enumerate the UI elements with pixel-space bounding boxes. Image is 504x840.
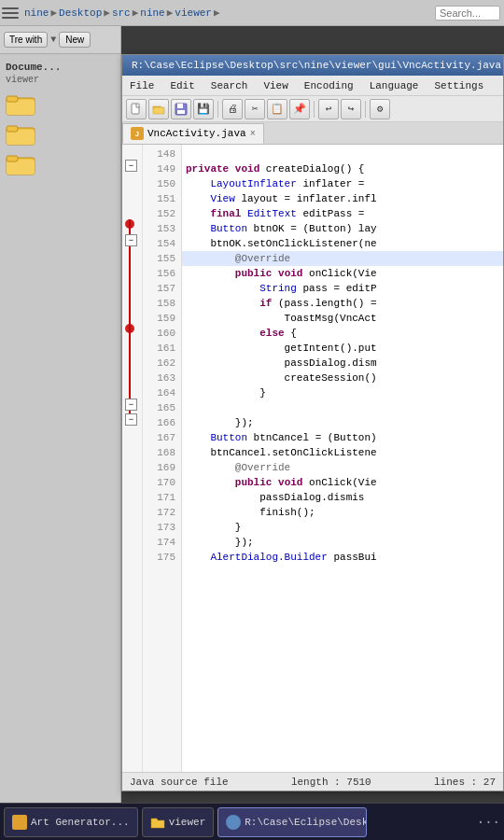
ln-173: 173	[143, 520, 181, 535]
hamburger-menu[interactable]	[0, 3, 21, 23]
save-all-btn[interactable]: 💾	[193, 99, 214, 119]
ln-148: 148	[143, 147, 181, 161]
code-editor[interactable]: − − − − 148 149 150 151 152 153 154 155 …	[122, 145, 503, 772]
viewer-folder-icon	[150, 815, 165, 830]
editor-toolbar: 💾 🖨 ✂ 📋 📌 ↩ ↪ ⚙	[122, 96, 503, 122]
new-button[interactable]: New	[59, 32, 91, 48]
redo-btn[interactable]: ↪	[341, 99, 361, 119]
ln-158: 158	[143, 296, 181, 311]
taskbar-viewer[interactable]: viewer	[142, 807, 215, 837]
copy-btn[interactable]: 📋	[267, 99, 287, 119]
code-line-151: View layout = inflater.infl	[182, 191, 503, 206]
svg-rect-5	[7, 126, 18, 132]
search-box[interactable]	[435, 5, 500, 21]
editor-window: R:\Case\Eclipse\Desktop\src\nine\viewer\…	[121, 54, 504, 791]
menu-edit[interactable]: Edit	[162, 78, 202, 93]
ln-156: 156	[143, 266, 181, 281]
code-line-170: public void onClick(Vie	[182, 475, 503, 490]
art-gen-icon	[12, 815, 27, 830]
taskbar-art-label: Art Generator...	[31, 817, 130, 828]
menu-search[interactable]: Search	[203, 78, 256, 93]
extra-btn[interactable]: ⚙	[370, 99, 390, 119]
folder-item-3[interactable]	[6, 152, 115, 176]
status-bar: Java source file length : 7510 lines : 2…	[122, 772, 503, 791]
ln-152: 152	[143, 206, 181, 221]
folder-item-2[interactable]	[6, 122, 115, 147]
menu-bar: File Edit Search View Encoding Language …	[122, 76, 503, 96]
svg-rect-10	[153, 107, 164, 114]
breadcrumb: nine ▶ Desktop ▶ src ▶ nine ▶ viewer ▶	[24, 7, 220, 19]
fold-marker-168[interactable]: −	[125, 399, 137, 411]
sidebar-content: Docume... viewer	[0, 54, 120, 189]
ln-165: 165	[143, 400, 181, 415]
new-file-btn[interactable]	[126, 99, 147, 119]
svg-rect-9	[132, 104, 139, 114]
tab-label: VncActivity.java	[147, 128, 246, 139]
code-content[interactable]: private void createDialog() { LayoutInfl…	[182, 145, 503, 772]
ln-151: 151	[143, 191, 181, 206]
ln-170: 170	[143, 475, 181, 490]
svg-rect-2	[7, 96, 18, 102]
undo-btn[interactable]: ↩	[318, 99, 339, 119]
bc-desktop[interactable]: Desktop	[59, 7, 102, 19]
bc-src[interactable]: src	[112, 7, 131, 19]
ln-164: 164	[143, 385, 181, 400]
dropdown-arrow[interactable]: ▼	[50, 35, 56, 45]
code-line-150: LayoutInflater inflater =	[182, 176, 503, 191]
taskbar-eclipse[interactable]: R:\Case\Eclipse\Desk...	[217, 807, 367, 837]
print-btn[interactable]: 🖨	[222, 99, 243, 119]
ln-157: 157	[143, 281, 181, 296]
paste-btn[interactable]: 📌	[289, 99, 310, 119]
code-line-164: }	[182, 385, 503, 400]
bc-nine[interactable]: nine	[24, 7, 49, 19]
bc-nine2[interactable]: nine	[140, 7, 164, 19]
toolbar-sep-2	[314, 101, 315, 118]
ln-175: 175	[143, 550, 181, 565]
file-type: Java source file	[130, 777, 229, 788]
taskbar: Art Generator... viewer R:\Case\Eclipse\…	[0, 803, 504, 840]
code-line-159: ToastMsg(VncAct	[182, 311, 503, 326]
code-line-158: if (pass.length() =	[182, 296, 503, 311]
menu-file[interactable]: File	[122, 78, 161, 93]
search-input[interactable]	[435, 6, 500, 21]
svg-rect-13	[177, 110, 185, 114]
save-btn[interactable]	[171, 99, 191, 119]
code-line-160: else {	[182, 326, 503, 341]
ln-155: 155	[143, 251, 181, 266]
code-line-149: private void createDialog() {	[182, 161, 503, 176]
ln-161: 161	[143, 341, 181, 356]
ln-153: 153	[143, 221, 181, 236]
code-line-162: passDialog.dism	[182, 356, 503, 371]
ln-169: 169	[143, 460, 181, 475]
left-sidebar: Tre with ▼ New Docume... viewer	[0, 26, 121, 803]
toolbar-sep-3	[365, 101, 366, 118]
code-line-165	[182, 400, 503, 415]
menu-language[interactable]: Language	[362, 78, 427, 93]
menu-encoding[interactable]: Encoding	[297, 78, 361, 93]
open-file-btn[interactable]	[148, 99, 169, 119]
taskbar-eclipse-label: R:\Case\Eclipse\Desk...	[245, 817, 367, 828]
code-line-166: });	[182, 415, 503, 430]
menu-view[interactable]: View	[256, 78, 295, 93]
fold-marker-149[interactable]: −	[125, 160, 137, 172]
fold-marker-156[interactable]: −	[125, 234, 137, 246]
code-line-152: final EditText editPass =	[182, 206, 503, 221]
ln-163: 163	[143, 371, 181, 385]
tab-bar: J VncActivity.java ×	[122, 122, 503, 145]
sidebar-doc-label: Docume...	[6, 62, 115, 73]
code-line-155: @Override	[182, 251, 503, 266]
menu-settings[interactable]: Settings	[427, 78, 491, 93]
code-line-172: finish();	[182, 505, 503, 520]
taskbar-overflow[interactable]: ···	[477, 815, 500, 830]
tab-close-btn[interactable]: ×	[250, 129, 256, 139]
fold-marker-170[interactable]: −	[125, 413, 137, 426]
folder-item-1[interactable]	[6, 92, 115, 117]
sidebar-viewer-label: viewer	[6, 75, 115, 85]
taskbar-art-generator[interactable]: Art Generator...	[4, 807, 138, 837]
ln-174: 174	[143, 535, 181, 550]
cut-btn[interactable]: ✂	[245, 99, 265, 119]
file-lines: lines : 27	[434, 777, 496, 788]
bc-viewer[interactable]: viewer	[175, 7, 212, 19]
tab-vnc-activity[interactable]: J VncActivity.java ×	[122, 123, 264, 144]
tree-with-button[interactable]: Tre with	[4, 32, 48, 48]
